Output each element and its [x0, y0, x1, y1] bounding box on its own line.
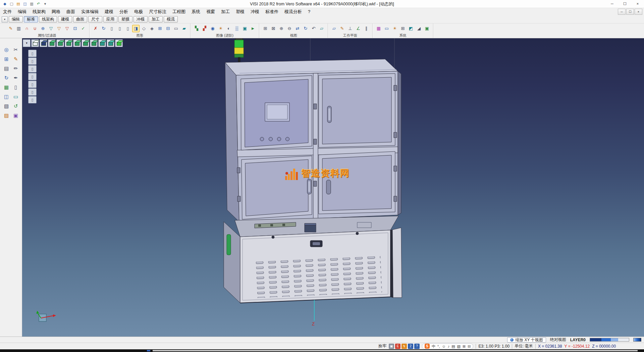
viewport-canvas[interactable]: Z ▾ ▯▯▯▯▯▯▯ [22, 38, 644, 337]
wireframe-icon[interactable]: ◇ [140, 25, 148, 32]
sogou-logo[interactable]: S [425, 344, 430, 349]
render-icon[interactable]: ▰ [180, 25, 188, 32]
menu-item[interactable]: 曲面 [63, 8, 78, 15]
zoom-mode-chip[interactable]: 缩放 XY 十视图 [507, 337, 546, 343]
shading-quality-icon[interactable]: ◩ [407, 25, 415, 32]
app-icon[interactable]: ◆ [2, 1, 8, 7]
layers-tool-icon[interactable]: ▤ [2, 64, 11, 73]
view-top-icon[interactable] [48, 39, 56, 47]
menu-item[interactable]: 塑模 [233, 8, 248, 15]
open-file-icon[interactable]: ▤ [15, 1, 21, 7]
new-file-icon[interactable]: ▢ [9, 1, 14, 7]
tab-modeling[interactable]: 建模 [58, 16, 72, 23]
view-dynamic-icon[interactable] [40, 39, 47, 47]
view-left-icon[interactable] [73, 39, 81, 47]
shadow-icon[interactable]: ◐ [225, 25, 232, 32]
menu-item[interactable]: 编辑 [15, 8, 30, 15]
menu-item[interactable]: 加工 [218, 8, 233, 15]
camera-icon[interactable]: ◉ [209, 25, 216, 32]
zoom-out-icon[interactable]: ⊖ [286, 25, 293, 32]
view-back-icon[interactable] [82, 39, 89, 47]
menu-item[interactable]: 模流分析 [281, 8, 305, 15]
workplane-icon[interactable]: ▱ [330, 25, 338, 32]
library-tool-icon[interactable]: ▣ [11, 111, 20, 120]
menu-item[interactable]: 尺寸标注 [146, 8, 169, 15]
tab-mold[interactable]: 塑膜 [118, 16, 132, 23]
hatch-tool-icon[interactable]: ▧ [2, 101, 11, 111]
attributes-icon[interactable]: ✎ [7, 25, 14, 32]
tray-e-icon[interactable]: E [395, 344, 400, 349]
tray-lock-icon[interactable]: ▣ [389, 344, 394, 349]
menu-item[interactable]: 工程图 [169, 8, 189, 15]
pan-icon[interactable]: ⇄ [294, 25, 301, 32]
view-iso-icon[interactable] [115, 39, 123, 47]
tab-machining[interactable]: 加工 [149, 16, 163, 23]
menu-item[interactable]: ? [305, 8, 313, 15]
menu-item[interactable]: 线架构 [30, 8, 49, 15]
hidden-line-icon[interactable]: ◈ [148, 25, 156, 32]
annotate-tool-icon[interactable]: ✏ [11, 64, 20, 73]
ime-toolbox-icon[interactable]: ⊟ [468, 344, 471, 349]
tray-help-icon[interactable]: ? [414, 344, 420, 349]
ime-keyboard-icon[interactable]: ▤ [451, 344, 455, 349]
workplane-origin-icon[interactable]: ⊥ [346, 25, 354, 32]
view-iso-sw-icon[interactable] [98, 39, 106, 47]
tab-application[interactable]: 应用 [103, 16, 117, 23]
material-icon[interactable]: ▞ [201, 25, 208, 32]
view-options-dropdown-icon[interactable]: ▾ [23, 39, 31, 47]
erase-graphics-icon[interactable]: ✗ [92, 25, 99, 32]
trim-tool-icon[interactable]: ✂ [11, 45, 20, 54]
ime-skin-icon[interactable]: ▧ [457, 344, 461, 349]
workplane-edit-icon[interactable]: ✎ [338, 25, 346, 32]
lock-toggle[interactable]: 拴牢 [378, 343, 386, 349]
menu-item[interactable]: 分析 [116, 8, 131, 15]
tab-flow[interactable]: 模流 [164, 16, 178, 23]
shading-toggle-icon[interactable]: ◨ [132, 25, 140, 32]
workplane-align-icon[interactable]: ∥ [363, 25, 370, 32]
filter-edit-icon[interactable]: ▽ [55, 25, 63, 32]
selection-filter-icon[interactable]: ⊡ [71, 25, 79, 32]
tray-2-icon[interactable]: 2 [408, 344, 413, 349]
chain-select-icon[interactable]: ⊕ [39, 25, 47, 32]
view-front-icon[interactable] [56, 39, 64, 47]
grid-icon[interactable]: ⊞ [156, 25, 164, 32]
animation-icon[interactable]: ► [249, 25, 257, 32]
tab-die[interactable]: 冲模 [133, 16, 148, 23]
cylinder-display-2-icon[interactable]: ▯ [116, 25, 123, 32]
background-icon[interactable]: ▒ [233, 25, 240, 32]
clipboard-slot-icon[interactable]: ▯ [28, 65, 37, 73]
monitor-icon[interactable]: ▭ [383, 25, 390, 32]
minimize-button[interactable]: ─ [606, 0, 619, 8]
view-iso-se-icon[interactable] [107, 39, 114, 47]
tab-surface[interactable]: 曲面 [73, 16, 87, 23]
tab-dimension[interactable]: 尺寸 [88, 16, 102, 23]
plane-tool-icon[interactable]: ▭ [11, 92, 20, 101]
rotate-tool-icon[interactable]: ↻ [2, 73, 11, 83]
tab-dropdown-icon[interactable]: ▼ [2, 16, 8, 23]
save-icon[interactable]: ◫ [22, 1, 28, 7]
magnet-off-icon[interactable]: ∪ [31, 25, 39, 32]
maximize-button[interactable]: ☐ [619, 0, 631, 8]
snapshot-icon[interactable]: ▣ [241, 25, 249, 32]
sketch-tool-icon[interactable]: ✎ [11, 54, 20, 64]
compare-tool-icon[interactable]: ◫ [2, 92, 11, 101]
redraw-icon[interactable]: ↻ [100, 25, 107, 32]
block-tool-icon[interactable]: ▯ [11, 83, 20, 92]
rotate-view-icon[interactable]: ↻ [302, 25, 309, 32]
workplane-angle-icon[interactable]: ∠ [355, 25, 362, 32]
print-icon[interactable]: ▥ [29, 1, 35, 7]
grid-2-icon[interactable]: ⊟ [164, 25, 172, 32]
draft-angle-icon[interactable]: ◢ [415, 25, 423, 32]
menu-item[interactable]: 网格 [49, 8, 63, 15]
tab-edit[interactable]: 编辑 [9, 16, 23, 23]
mesh-tool-icon[interactable]: ▦ [2, 83, 11, 92]
menu-item[interactable]: 文件 [0, 8, 15, 15]
ime-mic-icon[interactable]: ♪ [448, 344, 450, 349]
tab-standard[interactable]: 标准 [24, 16, 38, 23]
lighting-icon[interactable]: ☀ [217, 25, 224, 32]
clipboard-slot-icon[interactable]: ▯ [28, 88, 37, 96]
view-right-icon[interactable] [65, 39, 72, 47]
tray-flash-icon[interactable]: ↯ [401, 344, 407, 349]
menu-item[interactable]: 视窗 [203, 8, 218, 15]
pattern-tool-icon[interactable]: ▨ [2, 111, 11, 120]
